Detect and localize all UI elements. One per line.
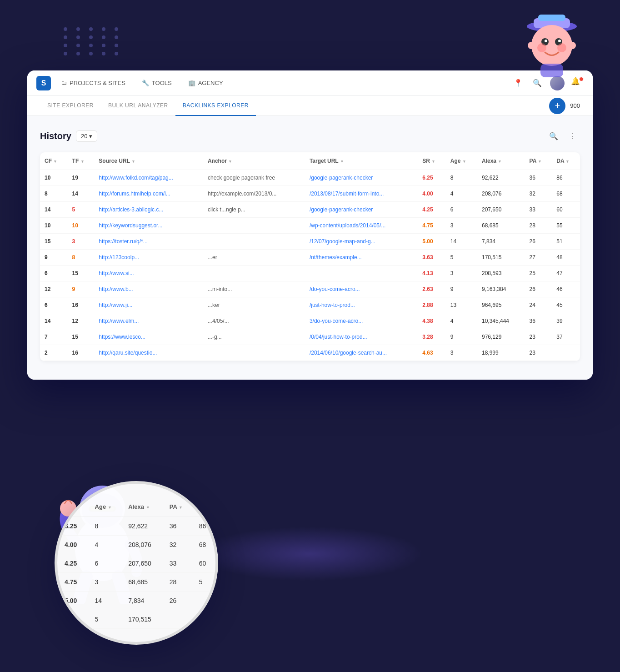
cell-target-url[interactable] (305, 266, 418, 281)
cell-target-url[interactable]: /0/04/just-how-to-prod... (305, 329, 418, 345)
cell-target-url[interactable]: /google-pagerank-checker (305, 202, 418, 218)
cell-source-url[interactable]: http://123coolp... (94, 250, 203, 266)
mag-cell-sr: 3.43 (57, 610, 88, 629)
magnifier-table: SR ▾ Age ▾ Alexa ▾ PA ▾ 6.25 8 92,622 36… (57, 497, 215, 629)
col-header-alexa[interactable]: Alexa ▾ (477, 152, 525, 170)
cell-pa: 27 (525, 250, 552, 266)
magnifier-overlay: SR ▾ Age ▾ Alexa ▾ PA ▾ 6.25 8 92,622 36… (55, 481, 218, 645)
cell-source-url[interactable]: http://qaru.site/questio... (94, 345, 203, 361)
cell-target-url[interactable]: 3/do-you-come-acro... (305, 313, 418, 329)
cell-age: 4 (446, 186, 477, 202)
dot-grid-decoration (64, 27, 123, 55)
cell-target-url[interactable]: /wp-content/uploads/2014/05/... (305, 218, 418, 234)
cell-source-url[interactable]: http://www.folkd.com/tag/pag... (94, 170, 203, 186)
mag-cell-extra (192, 592, 215, 610)
mag-cell-extra (192, 610, 215, 629)
table-row: 9 8 http://123coolp... ...er /nt/themes/… (40, 250, 580, 266)
app-logo[interactable]: S (36, 76, 51, 90)
cell-source-url[interactable]: https://www.lesco... (94, 329, 203, 345)
cell-anchor (203, 266, 305, 281)
cell-pa: 26 (525, 234, 552, 250)
search-button[interactable]: 🔍 (546, 129, 561, 143)
cell-target-url[interactable]: /12/07/google-map-and-g... (305, 234, 418, 250)
mag-cell-extra: 68 (192, 536, 215, 554)
cell-cf: 2 (40, 345, 68, 361)
more-options-button[interactable]: ⋮ (565, 129, 580, 143)
svg-point-10 (528, 42, 535, 49)
cell-age: 3 (446, 218, 477, 234)
col-header-anchor[interactable]: Anchor ▾ (203, 152, 305, 170)
cell-target-url[interactable]: /2013/08/17/submit-form-into... (305, 186, 418, 202)
mag-cell-alexa: 92,622 (121, 517, 162, 536)
nav-tab-tools[interactable]: 🔧 TOOLS (135, 76, 178, 90)
cell-alexa: 976,129 (477, 329, 525, 345)
cell-sr: 3.28 (418, 329, 445, 345)
tab-backlinks-explorer[interactable]: BACKLINKS EXPLORER (175, 96, 256, 116)
svg-rect-2 (538, 15, 565, 21)
mag-col-extra (192, 497, 215, 517)
nav-tab-agency[interactable]: 🏢 AGENCY (182, 76, 230, 90)
mag-cell-extra: 86 (192, 517, 215, 536)
cell-cf: 14 (40, 313, 68, 329)
mag-table-row: 4.00 4 208,076 32 68 (57, 536, 215, 554)
mag-cell-alexa: 208,076 (121, 536, 162, 554)
cell-target-url[interactable]: /just-how-to-prod... (305, 297, 418, 313)
svg-point-6 (545, 40, 547, 42)
col-header-sr[interactable]: SR ▾ (418, 152, 445, 170)
mag-cell-age: 8 (88, 517, 121, 536)
col-header-tf[interactable]: TF ▾ (68, 152, 95, 170)
cell-target-url[interactable]: /2014/06/10/google-search-au... (305, 345, 418, 361)
nav-tab-projects[interactable]: 🗂 PROJECTS & SITES (55, 76, 132, 90)
mag-cell-alexa: 207,650 (121, 554, 162, 573)
cell-age: 5 (446, 250, 477, 266)
cell-sr: 4.25 (418, 202, 445, 218)
cell-target-url[interactable]: /do-you-come-acro... (305, 281, 418, 297)
mag-cell-sr: 4.00 (57, 536, 88, 554)
col-header-target-url[interactable]: Target URL ▾ (305, 152, 418, 170)
mag-cell-extra: 60 (192, 554, 215, 573)
mag-table-row: 3.43 5 170,515 (57, 610, 215, 629)
mag-col-alexa: Alexa ▾ (121, 497, 162, 517)
cell-sr: 5.00 (418, 234, 445, 250)
cell-source-url[interactable]: http://www.elm... (94, 313, 203, 329)
cell-alexa: 170,515 (477, 250, 525, 266)
cell-sr: 4.00 (418, 186, 445, 202)
cell-target-url[interactable]: /google-pagerank-checker (305, 170, 418, 186)
cell-source-url[interactable]: http://articles-3.abilogic.c... (94, 202, 203, 218)
cell-source-url[interactable]: http://www.ji... (94, 297, 203, 313)
cell-source-url[interactable]: http://www.b... (94, 281, 203, 297)
cell-source-url[interactable]: http://forums.htmlhelp.com/i... (94, 186, 203, 202)
svg-point-3 (531, 25, 572, 66)
col-header-pa[interactable]: PA ▾ (525, 152, 552, 170)
cell-age: 3 (446, 266, 477, 281)
cell-source-url[interactable]: https://toster.ru/q/*... (94, 234, 203, 250)
col-header-source-url[interactable]: Source URL ▾ (94, 152, 203, 170)
tab-site-explorer[interactable]: SITE EXPLORER (40, 96, 101, 116)
cell-da: 55 (552, 218, 580, 234)
cell-anchor: click t...ngle p... (203, 202, 305, 218)
cell-alexa: 207,650 (477, 202, 525, 218)
cell-age: 9 (446, 281, 477, 297)
history-title-row: History 20 ▾ (40, 130, 97, 142)
tab-bulk-url-analyzer[interactable]: BULK URL ANALYZER (101, 96, 175, 116)
cell-source-url[interactable]: http://keywordsuggest.or... (94, 218, 203, 234)
col-header-cf[interactable]: CF ▾ (40, 152, 68, 170)
cell-tf: 16 (68, 297, 95, 313)
col-header-da[interactable]: DA ▾ (552, 152, 580, 170)
cell-age: 3 (446, 345, 477, 361)
svg-rect-12 (540, 64, 563, 77)
table-row: 10 19 http://www.folkd.com/tag/pag... ch… (40, 170, 580, 186)
cell-da: 51 (552, 234, 580, 250)
count-select[interactable]: 20 ▾ (76, 130, 97, 142)
cell-cf: 9 (40, 250, 68, 266)
cell-alexa: 92,622 (477, 170, 525, 186)
cell-target-url[interactable]: /nt/themes/example... (305, 250, 418, 266)
cell-tf: 9 (68, 281, 95, 297)
sub-nav: SITE EXPLORER BULK URL ANALYZER BACKLINK… (27, 96, 593, 116)
cell-cf: 7 (40, 329, 68, 345)
cell-cf: 8 (40, 186, 68, 202)
col-header-age[interactable]: Age ▾ (446, 152, 477, 170)
tools-icon: 🔧 (142, 80, 149, 86)
cell-source-url[interactable]: http://www.si... (94, 266, 203, 281)
cell-alexa: 18,999 (477, 345, 525, 361)
